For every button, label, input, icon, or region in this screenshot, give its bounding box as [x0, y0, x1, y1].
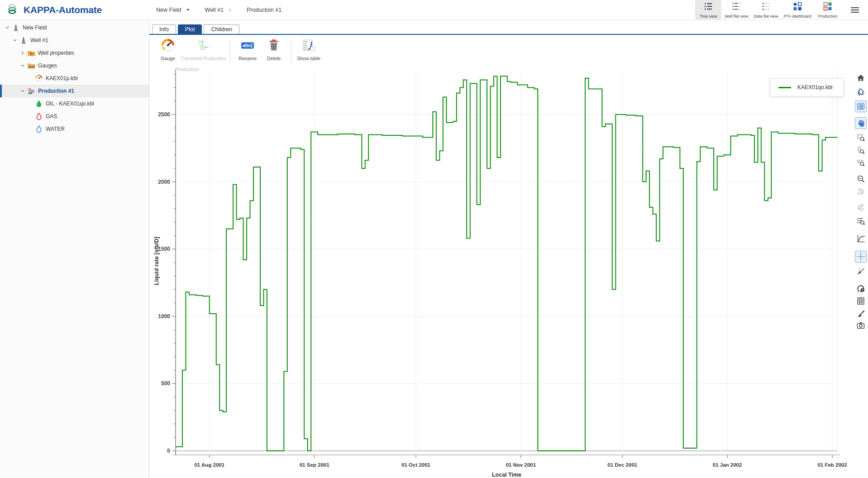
- production-chart[interactable]: 0500100015002000250001 Aug 200101 Sep 20…: [149, 67, 849, 478]
- svg-text:abc|: abc|: [243, 43, 253, 48]
- zoom-list-icon[interactable]: [855, 215, 867, 227]
- tree-view-icon: [703, 1, 713, 13]
- breadcrumb: New FieldWell #1Production #1: [156, 7, 281, 13]
- gauge-button[interactable]: Gauge: [155, 38, 181, 62]
- kappa-logo-icon: [5, 2, 19, 18]
- view-label: PTA dashboard: [784, 14, 811, 19]
- zoom-horizontal-icon[interactable]: [855, 157, 867, 168]
- caret-down-icon[interactable]: [186, 7, 191, 12]
- tool-label: Rename: [238, 56, 257, 62]
- chevron-down-icon[interactable]: [4, 24, 11, 31]
- view-data-flat-view[interactable]: Data flat view: [752, 0, 781, 19]
- tree-item-oil-kaex01qo-kbl[interactable]: OIL - KAEX01qo.kbl: [0, 97, 149, 110]
- tree-item-production-1[interactable]: Production #1: [0, 85, 149, 97]
- tool-label: Show table: [297, 56, 320, 62]
- home-reset-icon[interactable]: [855, 86, 867, 98]
- tab-children[interactable]: Children: [204, 24, 239, 34]
- tree-sidebar: New FieldWell #1Well propertiesGaugesKAE…: [0, 20, 149, 478]
- tree-item-new-field[interactable]: New Field: [0, 21, 149, 34]
- water-drop-icon: [35, 125, 43, 133]
- tree-indent: [27, 125, 34, 133]
- chevron-right-icon[interactable]: [19, 49, 26, 57]
- view-well-flat-view[interactable]: Well flat view: [722, 0, 750, 19]
- svg-text:01 Feb 2002: 01 Feb 2002: [817, 462, 847, 468]
- zoom-vertical-icon[interactable]: [855, 144, 867, 156]
- legend-icon[interactable]: [855, 100, 867, 112]
- delete-icon: [267, 38, 281, 54]
- tree-item-water[interactable]: WATER: [0, 123, 149, 135]
- svg-text:0: 0: [167, 448, 170, 454]
- rename-button[interactable]: abc|Rename: [234, 38, 261, 62]
- svg-text:1000: 1000: [158, 313, 170, 320]
- tree-item-label: OIL - KAEX01qo.kbl: [46, 100, 94, 107]
- home-icon[interactable]: [855, 72, 867, 84]
- data-flat-view-icon: [761, 1, 771, 13]
- brush-icon[interactable]: [855, 308, 867, 320]
- view-production-view[interactable]: Production: [815, 0, 841, 19]
- app-title: KAPPA-Automate: [24, 5, 102, 15]
- tree-item-label: Gauges: [38, 62, 57, 69]
- gas-drop-icon: [35, 112, 43, 120]
- tree-item-label: Production #1: [38, 88, 74, 94]
- svg-text:Local Time: Local Time: [492, 472, 521, 478]
- tool-label: Gauge: [161, 56, 175, 62]
- toolbar-separator: [230, 38, 230, 63]
- corrected-production-icon: [196, 38, 211, 54]
- chevron-down-icon[interactable]: [19, 62, 26, 69]
- hamburger-menu-icon[interactable]: [851, 7, 859, 13]
- tree-item-kaex01p-kbl[interactable]: KAEX01p.kbl: [0, 72, 149, 85]
- gauge-icon: [161, 38, 175, 54]
- tool-label: Delete: [267, 56, 281, 62]
- tree-indent: [27, 113, 34, 120]
- plot-panel: Production 0500100015002000250001 Aug 20…: [149, 67, 868, 478]
- pan-hand-icon[interactable]: [855, 117, 867, 129]
- pta-dashboard-icon: [792, 1, 802, 13]
- zoom-out-icon[interactable]: [855, 173, 867, 185]
- svg-text:Liquid rate [stb/D]: Liquid rate [stb/D]: [153, 237, 160, 285]
- delete-button[interactable]: Delete: [261, 38, 287, 62]
- breadcrumb-item-production-1[interactable]: Production #1: [247, 7, 281, 13]
- point-pick-icon[interactable]: [855, 265, 867, 277]
- chart-legend[interactable]: KAEX01qo.kbl: [770, 78, 844, 96]
- breadcrumb-arrow-icon: [228, 8, 232, 12]
- camera-icon[interactable]: [855, 320, 867, 331]
- tree-item-label: KAEX01p.kbl: [46, 75, 78, 81]
- view-label: Tree view: [700, 14, 717, 19]
- corrected-production-button: Corrected Production: [181, 38, 226, 62]
- tree-item-label: New Field: [23, 24, 47, 31]
- view-label: Production: [818, 14, 837, 19]
- top-bar: KAPPA-Automate New FieldWell #1Productio…: [0, 0, 868, 20]
- tree-item-well-properties[interactable]: Well properties: [0, 47, 149, 59]
- show-table-icon: [301, 38, 316, 54]
- svg-text:01 Oct 2001: 01 Oct 2001: [401, 462, 431, 468]
- crosshair-icon[interactable]: [855, 251, 867, 263]
- well-flat-view-icon: [731, 1, 741, 13]
- tab-plot[interactable]: Plot: [178, 24, 202, 34]
- oil-drop-icon: [35, 100, 43, 108]
- view-pta-dashboard[interactable]: PTA dashboard: [782, 0, 814, 19]
- svg-text:01 Aug 2001: 01 Aug 2001: [194, 462, 224, 468]
- view-switcher: Tree viewWell flat viewData flat viewPTA…: [695, 0, 841, 19]
- time-shift-icon[interactable]: [855, 282, 867, 294]
- tab-info[interactable]: Info: [152, 24, 176, 34]
- breadcrumb-item-well-1[interactable]: Well #1: [205, 7, 224, 13]
- toolbar-separator: [291, 38, 291, 63]
- tree-item-well-1[interactable]: Well #1: [0, 34, 149, 47]
- breadcrumb-item-new-field[interactable]: New Field: [156, 7, 181, 13]
- show-table-button[interactable]: Show table: [296, 38, 322, 62]
- grid-icon[interactable]: [855, 295, 867, 307]
- autoscale-curve-icon[interactable]: [855, 233, 867, 244]
- redo-zoom-icon: [855, 201, 867, 213]
- view-tree-view[interactable]: Tree view: [695, 0, 721, 19]
- main-area: InfoPlotChildren GaugeCorrected Producti…: [149, 20, 868, 478]
- rename-icon: abc|: [240, 38, 255, 54]
- tree-indent: [27, 100, 34, 107]
- chevron-down-icon[interactable]: [19, 87, 26, 95]
- legend-series-label: KAEX01qo.kbl: [797, 84, 832, 91]
- tree-item-gauges[interactable]: Gauges: [0, 59, 149, 72]
- tree-item-gas[interactable]: GAS: [0, 110, 149, 123]
- undo-zoom-icon: [855, 185, 867, 197]
- chevron-down-icon[interactable]: [11, 37, 19, 44]
- tool-label: Corrected Production: [181, 56, 226, 62]
- zoom-region-icon[interactable]: [855, 132, 867, 143]
